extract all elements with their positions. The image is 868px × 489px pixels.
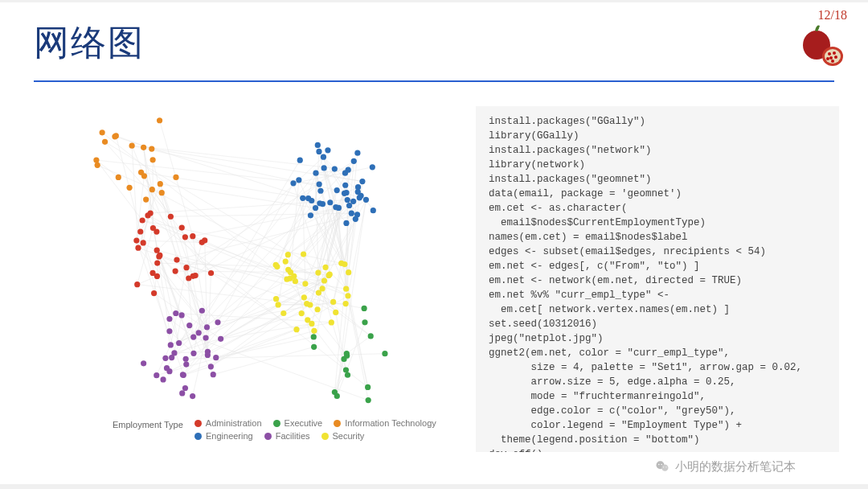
svg-point-275 (137, 228, 143, 234)
svg-point-431 (304, 301, 309, 306)
svg-point-394 (164, 365, 170, 371)
legend-item: Security (321, 431, 365, 441)
svg-point-283 (362, 319, 367, 325)
svg-point-293 (341, 356, 346, 362)
legend-dot (321, 433, 329, 440)
legend-item: Engineering (194, 431, 253, 441)
svg-point-261 (140, 217, 145, 223)
svg-point-327 (315, 142, 321, 148)
chart-legend: Employment Type AdministrationExecutiveI… (113, 418, 466, 444)
svg-point-433 (319, 286, 325, 291)
svg-point-415 (309, 321, 314, 327)
svg-line-96 (322, 204, 330, 275)
svg-line-160 (137, 228, 154, 284)
svg-point-291 (334, 393, 340, 399)
svg-point-400 (345, 293, 350, 298)
svg-point-316 (370, 164, 375, 170)
svg-point-307 (159, 190, 165, 195)
svg-point-263 (154, 248, 160, 253)
svg-point-347 (342, 183, 348, 188)
svg-point-368 (208, 364, 214, 369)
svg-point-397 (346, 269, 351, 275)
svg-point-380 (203, 335, 208, 341)
svg-point-402 (333, 310, 338, 315)
svg-point-417 (302, 281, 308, 286)
svg-point-425 (329, 319, 334, 325)
svg-point-359 (332, 166, 338, 171)
svg-point-262 (173, 268, 178, 273)
svg-point-406 (321, 277, 327, 283)
svg-point-258 (154, 260, 160, 265)
svg-point-373 (183, 356, 189, 362)
svg-point-325 (313, 205, 318, 211)
code-block: install.packages("GGally") library(GGall… (476, 106, 839, 452)
svg-point-308 (126, 185, 132, 191)
svg-point-337 (345, 197, 350, 203)
svg-point-416 (342, 261, 347, 267)
legend-item: Administration (194, 418, 262, 428)
svg-point-334 (359, 179, 365, 184)
svg-point-341 (354, 212, 360, 217)
svg-point-366 (182, 385, 188, 391)
svg-point-353 (308, 212, 313, 218)
svg-point-379 (211, 372, 216, 377)
svg-point-290 (345, 372, 350, 378)
svg-point-430 (326, 273, 331, 278)
svg-point-437 (658, 464, 660, 466)
svg-point-389 (171, 350, 177, 355)
svg-point-351 (343, 220, 349, 226)
svg-point-4 (833, 51, 836, 55)
legend-dot (194, 420, 202, 427)
svg-point-252 (174, 257, 179, 262)
svg-point-388 (213, 355, 219, 360)
svg-point-333 (316, 149, 321, 154)
top-band (0, 0, 868, 2)
legend-title: Employment Type (113, 420, 183, 429)
svg-point-398 (311, 328, 317, 334)
svg-point-336 (300, 195, 305, 201)
svg-point-317 (351, 158, 357, 164)
svg-point-320 (321, 165, 327, 171)
svg-point-343 (363, 197, 369, 203)
svg-point-260 (141, 240, 146, 245)
svg-line-197 (307, 219, 356, 303)
svg-point-273 (190, 233, 195, 239)
svg-point-432 (285, 267, 291, 273)
svg-point-302 (157, 117, 162, 123)
svg-point-270 (149, 270, 155, 276)
svg-point-335 (317, 188, 323, 194)
svg-point-361 (190, 393, 195, 399)
legend-label: Security (333, 431, 365, 441)
svg-point-392 (199, 308, 205, 314)
svg-point-363 (218, 336, 223, 342)
svg-point-377 (190, 334, 196, 339)
svg-point-300 (100, 129, 105, 135)
svg-point-408 (275, 302, 280, 307)
svg-point-274 (186, 275, 191, 281)
svg-point-297 (158, 181, 163, 187)
svg-point-365 (166, 328, 172, 334)
svg-point-426 (314, 306, 320, 312)
legend-item: Facilities (264, 431, 310, 441)
svg-point-357 (309, 198, 314, 203)
svg-point-264 (182, 234, 188, 240)
svg-point-259 (133, 237, 139, 243)
title-underline (34, 80, 834, 82)
svg-point-419 (343, 301, 349, 306)
svg-point-304 (149, 157, 155, 162)
svg-point-313 (93, 158, 99, 163)
svg-point-405 (293, 278, 298, 284)
svg-point-434 (315, 269, 321, 275)
svg-point-349 (313, 171, 318, 176)
svg-point-301 (129, 143, 135, 149)
svg-point-354 (350, 199, 356, 204)
svg-point-346 (317, 181, 322, 187)
svg-point-324 (297, 158, 303, 163)
svg-point-298 (102, 139, 108, 145)
svg-point-265 (168, 214, 174, 220)
svg-point-355 (343, 190, 349, 195)
svg-point-390 (186, 323, 192, 328)
legend-dot (334, 420, 341, 427)
svg-point-384 (141, 360, 146, 366)
svg-point-286 (343, 367, 349, 372)
